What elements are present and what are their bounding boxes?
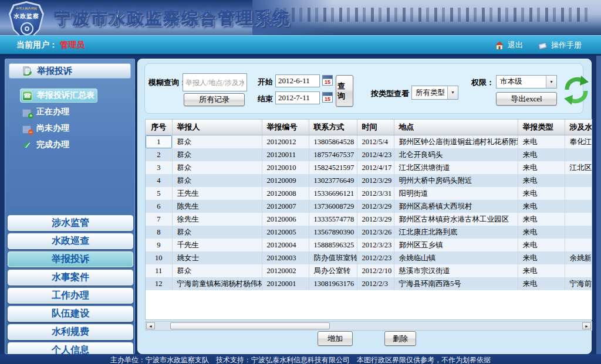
table-cell: 20120012 <box>262 135 309 149</box>
table-cell: 北仑开良码头 <box>394 148 518 161</box>
table-cell: 防办值班室转 <box>309 251 357 264</box>
table-cell: 13567890390 <box>309 226 357 239</box>
delete-button[interactable]: 删除 <box>384 331 416 346</box>
fuzzy-search-input[interactable] <box>183 73 247 91</box>
sidebar-item[interactable]: ☎举报投诉汇总表 <box>20 89 97 103</box>
type-dropdown[interactable]: 所有类型 ▼ <box>411 86 458 100</box>
table-cell: 来电 <box>518 161 565 174</box>
table-cell: 1 <box>146 135 172 149</box>
table-row[interactable]: 7徐先生20120006133355747782012/3/29鄞州区古林镇葑水… <box>146 213 592 226</box>
table-cell: 15824521597 <box>309 161 357 174</box>
table-cell: 奉化江礼 <box>565 135 592 149</box>
table-row[interactable]: 10姚女士20120003防办值班室转2012/2/23余姚临山镇来电余姚新奄 <box>146 251 592 264</box>
table-row[interactable]: 4群众20120009130237766492012/3/29明州大桥中房码头附… <box>146 174 592 187</box>
nav-button[interactable]: 水事案件 <box>8 270 133 285</box>
table-row[interactable]: 8群众20120005135678903902012/3/26江北康庄北路到底来… <box>146 226 592 239</box>
end-date-calendar-icon[interactable]: 15 <box>322 92 333 103</box>
table-row[interactable]: 9千先生20120004158885963252012/3/23鄞州区五乡镇来电 <box>146 239 592 251</box>
table-cell: 2012/3/29 <box>357 213 394 226</box>
scroll-left-arrow-icon[interactable]: ◄ <box>146 322 155 329</box>
table-cell: 15336696121 <box>309 187 357 200</box>
table-cell: 13023776649 <box>309 174 357 187</box>
column-header[interactable]: 地点 <box>394 120 518 135</box>
end-date-input[interactable] <box>275 91 320 104</box>
table-cell: 鄞州区钟公庙街道铜盆浦村礼花桥附近 <box>394 135 518 149</box>
table-cell: 来电 <box>518 174 565 187</box>
sidebar-section-header[interactable]: 举报投诉 <box>9 63 131 79</box>
table-cell: 2 <box>146 148 172 161</box>
sidebar-item[interactable]: ✔完成办理 <box>20 138 133 152</box>
table-cell: 20120001 <box>262 277 309 290</box>
logout-label: 退出 <box>508 40 523 50</box>
column-header[interactable]: 序号 <box>146 120 172 135</box>
table-row[interactable]: 2群众20120011187574675372012/4/23北仑开良码头来电 <box>146 148 592 161</box>
scroll-right-arrow-icon[interactable]: ► <box>582 322 591 329</box>
table-cell: 明州大桥中房码头附近 <box>394 174 518 187</box>
table-cell: 20120004 <box>262 239 309 251</box>
table-row[interactable]: 3群众20120010158245215972012/4/17江北区洪塘街道来电… <box>146 161 592 174</box>
nav-button[interactable]: 工作办理 <box>8 288 133 304</box>
table-row[interactable]: 6陈先生20120007137360087292012/3/29鄞州区高桥镇大西… <box>146 200 592 213</box>
current-user-label: 当前用户： <box>16 40 58 49</box>
sidebar-item[interactable]: ▦尚未办理 <box>20 121 133 135</box>
table-cell: 20120010 <box>262 161 309 174</box>
table-cell: 来电 <box>518 277 565 290</box>
check-icon: ✔ <box>22 140 32 150</box>
sidebar-item-label: 完成办理 <box>36 140 69 150</box>
table-minus-icon: ▦ <box>22 124 32 134</box>
column-header[interactable]: 举报人 <box>172 120 262 135</box>
table-cell: 来电 <box>518 213 565 226</box>
column-header[interactable]: 举报编号 <box>262 120 309 135</box>
query-button[interactable]: 查询 <box>336 75 353 107</box>
complaints-table-wrap: 序号举报人举报编号联系方式时间地点举报类型涉及水域 1群众20120012138… <box>145 119 592 320</box>
table-row[interactable]: 1群众20120012138058645282012/5/4鄞州区钟公庙街道铜盆… <box>146 135 592 149</box>
refresh-icon[interactable] <box>564 74 589 106</box>
add-button[interactable]: 增加 <box>318 331 353 346</box>
export-excel-button[interactable]: 导出excel <box>496 92 557 106</box>
nav-button[interactable]: 队伍建设 <box>8 306 133 322</box>
table-cell: 13081963176 <box>309 277 357 290</box>
table-cell: 江北区洪塘街道 <box>394 161 518 174</box>
column-header[interactable]: 联系方式 <box>309 120 357 135</box>
current-user-name: 管理员 <box>60 40 85 49</box>
horizontal-scrollbar[interactable]: ◄ ► <box>145 321 592 331</box>
column-header[interactable]: 时间 <box>357 120 394 135</box>
nav-button[interactable]: 涉水监管 <box>8 215 133 231</box>
table-cell: 6 <box>146 200 172 213</box>
column-header[interactable]: 涉及水域 <box>565 120 592 135</box>
nav-button[interactable]: 水利规费 <box>8 324 133 340</box>
table-cell: 姚女士 <box>172 251 262 264</box>
table-cell: 2012/3/29 <box>357 200 394 213</box>
table-cell: 7 <box>146 213 172 226</box>
table-cell: 来电 <box>518 239 565 251</box>
logout-button[interactable]: 退出 <box>495 40 523 50</box>
start-date-input[interactable] <box>275 74 320 87</box>
table-cell: 宁海前溪 <box>565 277 592 290</box>
sidebar-section-items: ☎举报投诉汇总表▦正在办理▦尚未办理✔完成办理 <box>20 89 133 152</box>
book-icon <box>538 41 548 50</box>
permission-dropdown-value: 市本级 <box>500 77 522 87</box>
app-header: 宁波市水政监察综合管理系统 <box>0 0 601 35</box>
start-date-calendar-icon[interactable]: 15 <box>322 75 333 86</box>
all-records-button[interactable]: 所有记录 <box>184 93 245 106</box>
manual-button[interactable]: 操作手册 <box>538 40 582 50</box>
type-filter-label: 按类型查看： <box>371 89 417 99</box>
scrollbar-thumb[interactable] <box>170 322 330 329</box>
sidebar-section-title: 举报投诉 <box>37 66 72 77</box>
table-cell: 王先生 <box>172 187 262 200</box>
table-cell: 群众 <box>172 264 262 277</box>
table-cell: 陈先生 <box>172 200 262 213</box>
chevron-down-icon: ▼ <box>447 86 458 99</box>
table-cell: 20120006 <box>262 213 309 226</box>
table-cell: 2012/2/10 <box>357 264 394 277</box>
table-row[interactable]: 5王先生20120008153366961212012/3/31阳明街道来电 <box>146 187 592 200</box>
table-cell: 鄞州区高桥镇大西坝村 <box>394 200 518 213</box>
nav-button[interactable]: 水政巡查 <box>8 233 133 249</box>
table-row[interactable]: 11群众20120002局办公室转2012/2/10慈溪市宗汉街道来电 <box>146 264 592 277</box>
column-header[interactable]: 举报类型 <box>518 120 565 135</box>
table-row[interactable]: 12宁海前童镇柘湖杨村杨伟林20120001130819631762012/2/… <box>146 277 592 290</box>
table-cell <box>565 148 592 161</box>
nav-button[interactable]: 举报投诉 <box>8 251 133 267</box>
permission-dropdown[interactable]: 市本级 ▼ <box>496 75 557 89</box>
sidebar-item[interactable]: ▦正在办理 <box>20 105 133 119</box>
